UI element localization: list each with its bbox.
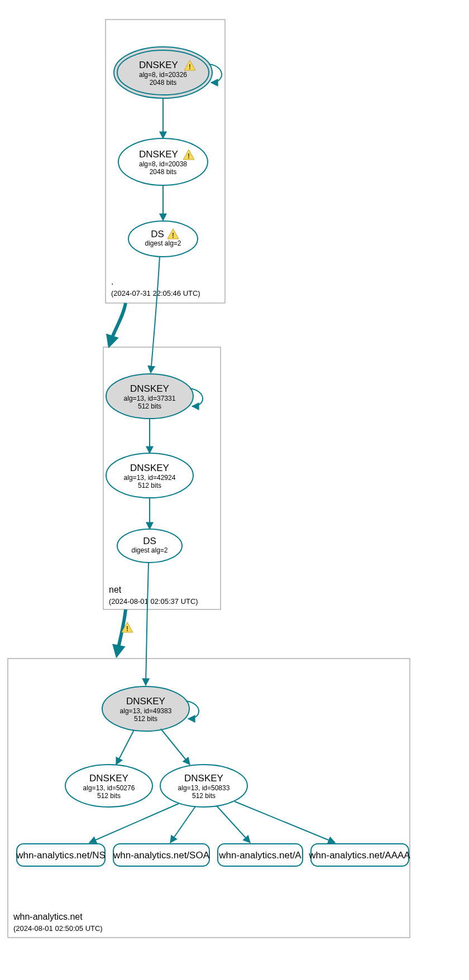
net-ds-line1: digest alg=2 <box>131 546 168 554</box>
node-root-ksk[interactable]: DNSKEY alg=8, id=20326 2048 bits ! <box>114 47 212 98</box>
svg-text:DS: DS <box>151 229 164 239</box>
net-ds-title: DS <box>143 536 156 546</box>
node-net-ksk[interactable]: DNSKEY alg=13, id=37331 512 bits <box>106 374 193 419</box>
net-ksk-title: DNSKEY <box>130 383 169 394</box>
rrset-a[interactable]: whn-analytics.net/A <box>218 844 303 866</box>
root-ds-line1: digest alg=2 <box>145 239 181 247</box>
edge-net-ds-to-domain-ksk <box>146 563 149 685</box>
domain-ksk-title: DNSKEY <box>126 696 165 707</box>
zone-net: net (2024-08-01 02:05:37 UTC) DNSKEY alg… <box>103 347 221 609</box>
root-ksk-line1: alg=8, id=20326 <box>139 71 187 79</box>
domain-zska-line2: 512 bits <box>97 792 121 800</box>
edge-zskb-to-aaaa <box>234 801 335 843</box>
edge-root-ds-to-net-ksk <box>151 256 160 373</box>
domain-zska-title: DNSKEY <box>89 773 128 784</box>
edge-domain-ksk-to-zskb <box>161 729 190 765</box>
zone-root-name: . <box>111 277 113 286</box>
edge-zskb-to-ns <box>89 804 179 843</box>
net-zsk-line2: 512 bits <box>138 482 161 489</box>
root-ds-title: DS <box>151 229 164 239</box>
node-net-zsk[interactable]: DNSKEY alg=13, id=42924 512 bits <box>106 453 193 498</box>
edge-domain-ksk-to-zska <box>116 730 134 765</box>
rrset-soa[interactable]: whn-analytics.net/SOA <box>113 844 210 866</box>
node-domain-ksk[interactable]: DNSKEY alg=13, id=49383 512 bits <box>102 686 189 731</box>
domain-zskb-line1: alg=13, id=50833 <box>178 784 230 792</box>
edge-zskb-to-a <box>217 806 250 843</box>
svg-text:!: ! <box>126 624 128 633</box>
root-ksk-line2: 2048 bits <box>150 79 177 87</box>
root-zsk-line1: alg=8, id=20038 <box>139 160 187 168</box>
net-ksk-line2: 512 bits <box>138 402 161 410</box>
root-zsk-title: DNSKEY <box>139 149 178 160</box>
edge-root-to-net-delegation <box>110 303 126 343</box>
svg-text:!: ! <box>172 231 174 239</box>
zone-root: . (2024-07-31 22:05:46 UTC) DNSKEY alg=8… <box>106 20 225 303</box>
edge-zskb-to-soa <box>170 806 195 843</box>
net-zsk-title: DNSKEY <box>130 463 169 473</box>
node-domain-zska[interactable]: DNSKEY alg=13, id=50276 512 bits <box>65 765 152 807</box>
zone-net-timestamp: (2024-08-01 02:05:37 UTC) <box>109 597 198 606</box>
svg-text:!: ! <box>188 152 190 160</box>
node-net-ds[interactable]: DS digest alg=2 <box>117 529 182 563</box>
svg-text:DNSKEY: DNSKEY <box>139 60 178 70</box>
rrset-ns[interactable]: whn-analytics.net/NS <box>16 844 106 866</box>
domain-zska-line1: alg=13, id=50276 <box>83 784 135 792</box>
rrset-aaaa-label: whn-analytics.net/AAAA <box>308 850 410 861</box>
domain-ksk-line1: alg=13, id=49383 <box>120 707 172 715</box>
rrset-a-label: whn-analytics.net/A <box>218 850 302 861</box>
zone-domain-timestamp: (2024-08-01 02:50:05 UTC) <box>13 924 103 933</box>
node-root-zsk[interactable]: DNSKEY alg=8, id=20038 2048 bits ! <box>118 138 208 185</box>
rrset-aaaa[interactable]: whn-analytics.net/AAAA <box>308 844 410 866</box>
domain-ksk-line2: 512 bits <box>134 715 157 723</box>
root-zsk-line2: 2048 bits <box>150 168 177 176</box>
svg-text:DNSKEY: DNSKEY <box>139 149 178 160</box>
rrset-soa-label: whn-analytics.net/SOA <box>113 850 210 861</box>
node-domain-zskb[interactable]: DNSKEY alg=13, id=50833 512 bits <box>160 765 247 807</box>
node-root-ds[interactable]: DS digest alg=2 ! <box>128 221 198 257</box>
net-zsk-line1: alg=13, id=42924 <box>124 474 176 482</box>
zone-domain-name: whn-analytics.net <box>13 912 83 921</box>
domain-zskb-line2: 512 bits <box>192 792 216 800</box>
rrset-ns-label: whn-analytics.net/NS <box>16 850 106 861</box>
net-ksk-line1: alg=13, id=37331 <box>124 395 176 402</box>
root-ksk-title: DNSKEY <box>139 60 178 70</box>
zone-domain: whn-analytics.net (2024-08-01 02:50:05 U… <box>8 659 410 938</box>
zone-root-timestamp: (2024-07-31 22:05:46 UTC) <box>111 289 200 297</box>
svg-text:!: ! <box>189 63 191 71</box>
zone-net-name: net <box>109 585 122 594</box>
domain-zskb-title: DNSKEY <box>184 773 223 784</box>
